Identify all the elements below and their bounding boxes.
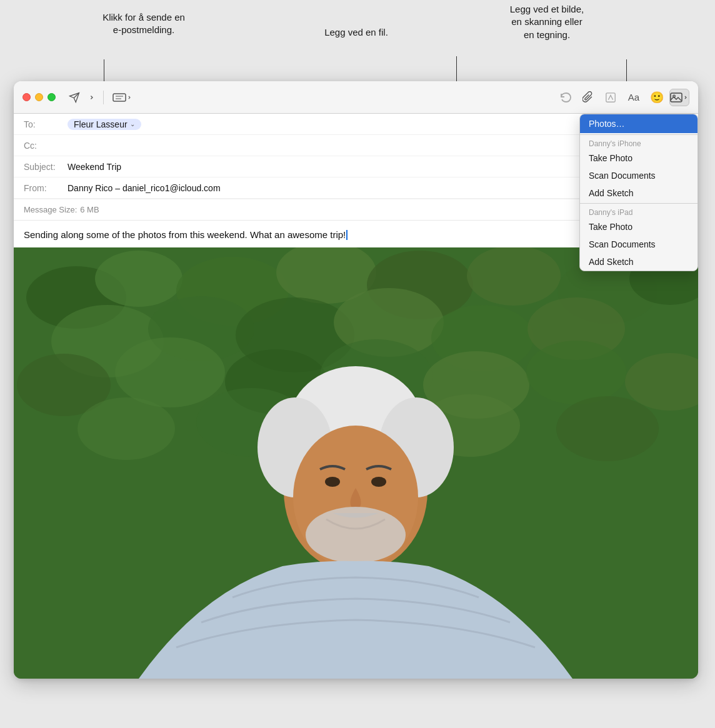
send-callout: Klikk for å sende en e-postmelding. [81,11,206,37]
maximize-button[interactable] [48,93,56,101]
insert-photo-icon [670,92,682,103]
close-button[interactable] [22,93,31,101]
iphone-section-header: Danny's iPhone [580,136,698,149]
send-chevron-icon [89,94,96,101]
take-photo-ipad-item[interactable]: Take Photo [580,218,698,236]
add-sketch-ipad-item[interactable]: Add Sketch [580,253,698,271]
send-button[interactable] [64,89,84,106]
scan-docs-ipad-item[interactable]: Scan Documents [580,236,698,253]
ipad-section-header: Danny's iPad [580,205,698,218]
image-callout: Legg ved et bilde, en skanning eller en … [481,3,612,41]
svg-point-12 [467,247,561,306]
send-callout-line [104,59,104,83]
svg-point-40 [306,507,406,563]
menu-divider-1 [580,134,698,135]
chip-chevron-icon: ⌄ [130,121,135,127]
toolbar-right: Aa 🙂 [556,89,689,106]
image-callout-line [626,59,627,83]
subject-label: Subject: [24,162,68,172]
attach-callout-line [456,56,457,84]
send-icon [69,92,80,103]
recipient-chip[interactable]: Fleur Lasseur ⌄ [68,119,141,130]
to-label: To: [24,119,68,129]
from-label: From: [24,183,68,193]
attach-callout: Legg ved en fil. [306,26,406,39]
font-label: Aa [628,92,639,102]
text-cursor [346,230,348,240]
insert-dropdown-menu: Photos… Danny's iPhone Take Photo Scan D… [579,114,698,271]
svg-point-28 [78,397,175,460]
format-chevron-icon [128,94,132,101]
photos-menu-item[interactable]: Photos… [580,114,698,133]
svg-point-32 [556,396,659,461]
subject-value[interactable]: Weekend Trip [68,162,121,172]
menu-divider-2 [580,203,698,204]
take-photo-iphone-item[interactable]: Take Photo [580,149,698,167]
separator-1 [103,91,104,104]
mail-window: Aa 🙂 Photos… [14,81,698,679]
font-button[interactable]: Aa [623,89,644,106]
undo-button[interactable] [556,89,576,106]
from-value: Danny Rico – daniel_rico1@icloud.com [68,183,221,193]
add-sketch-iphone-item[interactable]: Add Sketch [580,184,698,202]
undo-icon [559,92,572,103]
svg-point-38 [325,477,340,487]
svg-point-26 [526,341,626,404]
format-icon [112,92,126,102]
photo-chevron-icon [684,94,689,101]
markup-icon [605,92,616,103]
attach-icon [582,91,594,104]
message-size-value: 6 MB [80,205,99,214]
message-size-label: Message Size: [24,205,77,214]
svg-rect-0 [113,94,126,101]
format-button[interactable] [109,89,136,106]
svg-point-8 [95,251,182,307]
svg-rect-4 [671,93,682,102]
insert-photo-button[interactable] [669,89,689,106]
emoji-button[interactable]: 🙂 [647,89,667,106]
photo-background-svg [14,247,698,679]
svg-point-39 [371,477,386,487]
svg-point-22 [115,337,225,407]
cc-label: Cc: [24,141,68,151]
mail-photo [14,247,698,679]
minimize-button[interactable] [35,93,43,101]
attach-button[interactable] [578,89,598,106]
scan-docs-iphone-item[interactable]: Scan Documents [580,167,698,184]
traffic-lights [22,93,56,101]
emoji-icon: 🙂 [650,91,664,104]
mail-body: Sending along some of the photos from th… [14,221,698,679]
toolbar: Aa 🙂 Photos… [14,81,698,114]
send-chevron-button[interactable] [87,89,98,106]
markup-button[interactable] [601,89,621,106]
